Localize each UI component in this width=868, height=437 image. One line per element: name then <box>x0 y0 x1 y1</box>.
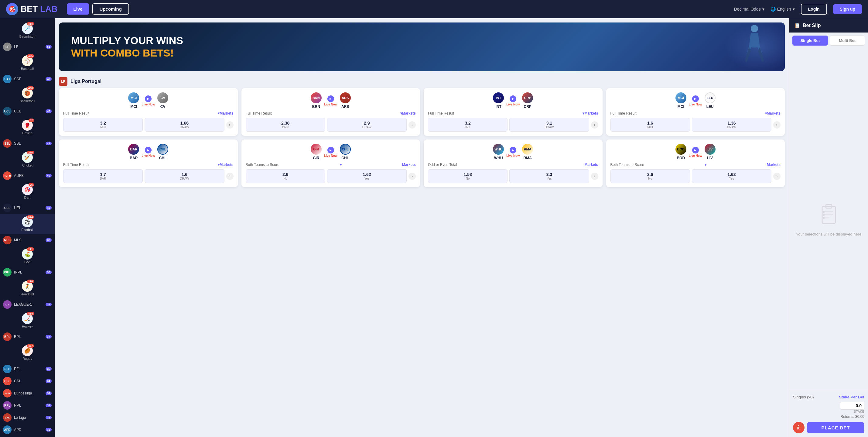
sidebar-item-football[interactable]: ⚽ 644 Football <box>0 214 55 234</box>
svg-rect-8 <box>823 217 825 219</box>
banner-with-text: WITH <box>71 47 100 59</box>
odd-btn-yes-7[interactable]: 3.3Yes <box>509 169 589 183</box>
sport-label-badminton: Badminton <box>20 35 35 38</box>
match-teams-gir-chl: GIR GIR Live Now CHL CHL <box>246 144 416 160</box>
odd-btn-yes-8[interactable]: 1.62Yes <box>692 169 771 183</box>
sidebar-item-golf[interactable]: ⛳ 171 Golf <box>0 246 55 266</box>
odd-btn-no-7[interactable]: 1.53No <box>428 169 507 183</box>
sidebar-item-league1[interactable]: L-1 LEAGUE-1 37 <box>0 298 55 311</box>
sidebar-item-badminton[interactable]: 🏸 358 Badminton <box>0 21 55 41</box>
sidebar-item-inpl[interactable]: INPL INPL 38 <box>0 266 55 279</box>
sidebar-item-apd[interactable]: APD APD 32 <box>0 424 55 436</box>
arrow-btn-3[interactable]: › <box>591 121 598 128</box>
odd-btn-yes-6[interactable]: 1.62Yes <box>327 169 407 183</box>
odd-btn-brn-2[interactable]: 2.38BRN <box>246 118 325 132</box>
sidebar-item-boxing[interactable]: 🥊 42 Boxing <box>0 117 55 137</box>
odds-selector[interactable]: Decimal Odds ▾ <box>734 7 765 11</box>
odd-btn-draw-2[interactable]: 2.9DRAW <box>327 118 407 132</box>
login-button[interactable]: Login <box>801 4 827 14</box>
sidebar-item-bpl[interactable]: BPL BPL 37 <box>0 331 55 343</box>
team-name-bar: BAR <box>130 156 137 160</box>
sidebar-item-rugby[interactable]: 🏉 487 Rugby <box>0 343 55 363</box>
match-teams-mci-cv: MCI MCI Live Now CV CV <box>63 92 234 109</box>
signup-button[interactable]: Sign up <box>833 4 862 14</box>
odd-btn-bar-5[interactable]: 1.7BAR <box>63 169 143 183</box>
sidebar-item-ucl[interactable]: UCL UCL 45 <box>0 105 55 117</box>
sidebar-item-aufb[interactable]: AUFB AUFB 40 <box>0 170 55 182</box>
sidebar-item-mls[interactable]: MLS MLS 38 <box>0 234 55 246</box>
team-name-cv: CV <box>160 105 165 109</box>
odd-btn-draw-1[interactable]: 1.66DRAW <box>145 118 224 132</box>
uel-label: UEL <box>14 206 43 210</box>
odd-btn-draw-5[interactable]: 1.6DRAW <box>145 169 224 183</box>
logo-text-bet: BET <box>21 4 38 14</box>
stake-per-bet-link[interactable]: Stake Per Bet <box>839 395 864 399</box>
odd-btn-int-3[interactable]: 3.2INT <box>428 118 507 132</box>
arrow-btn-6[interactable]: › <box>408 173 416 180</box>
place-bet-button[interactable]: PLACE BET <box>807 422 864 433</box>
markets-link-2[interactable]: ▾Markets <box>400 111 416 115</box>
markets-link-5[interactable]: ▾Markets <box>218 163 233 167</box>
arrow-btn-1[interactable]: › <box>226 121 234 128</box>
markets-link-8[interactable]: ▾ <box>705 163 706 167</box>
odd-btn-no-8[interactable]: 2.6No <box>611 169 690 183</box>
sidebar-item-csl[interactable]: CSL CSL 34 <box>0 375 55 387</box>
delete-button[interactable]: 🗑 <box>793 422 805 433</box>
upcoming-button[interactable]: Upcoming <box>92 3 129 14</box>
odds-row-2: 2.38BRN 2.9DRAW › <box>246 118 416 132</box>
markets-link-3[interactable]: ▾Markets <box>583 111 598 115</box>
odd-btn-mci-4[interactable]: 1.6MCI <box>611 118 690 132</box>
bet-slip-header: 📋 Bet Slip <box>789 18 868 32</box>
markets-link-8b[interactable]: Markets <box>767 163 780 167</box>
sidebar-item-efl[interactable]: EFL EFL 35 <box>0 363 55 375</box>
match-grid-row1: MCI MCI Live Now CV CV Full Ti <box>59 88 785 136</box>
market-gir-chl: Both Teams to Score ▾ Markets <box>246 163 416 167</box>
sidebar-item-handball[interactable]: 🤾 118 Handball <box>0 279 55 298</box>
market-brn-ars: Full Time Result ▾Markets <box>246 111 416 115</box>
sidebar-item-ssl[interactable]: SSL SSL 42 <box>0 137 55 149</box>
odd-btn-draw-4[interactable]: 1.36DRAW <box>692 118 771 132</box>
sidebar-item-laliga[interactable]: LAL La Liga 32 <box>0 411 55 424</box>
sidebar-item-rpl[interactable]: RPL RPL 33 <box>0 399 55 411</box>
sidebar-item-baseball[interactable]: ⚾ 485 Baseball <box>0 53 55 73</box>
markets-link-6[interactable]: ▾ <box>340 163 342 167</box>
arrow-btn-8[interactable]: › <box>773 173 780 180</box>
team-name-ars: ARS <box>341 105 349 109</box>
sidebar-item-lf[interactable]: LF LF 51 <box>0 41 55 53</box>
sidebar-item-sat[interactable]: SAT SAT 49 <box>0 73 55 85</box>
sidebar-item-basketball[interactable]: 🏀 490 Basketball <box>0 85 55 105</box>
live-badge-1: Live Now <box>142 95 155 106</box>
multi-bet-tab[interactable]: Multi Bet <box>830 35 865 46</box>
markets-link-6b[interactable]: Markets <box>402 163 416 167</box>
live-badge-6: Live Now <box>324 147 337 157</box>
returns-text: Returns: $0.00 <box>840 414 864 419</box>
live-play-icon-7 <box>509 147 516 153</box>
live-play-icon-1 <box>145 95 152 102</box>
stake-input[interactable] <box>840 402 864 410</box>
singles-label: Singles (x0) <box>793 395 814 399</box>
arrow-btn-4[interactable]: › <box>773 121 780 128</box>
language-selector[interactable]: 🌐 English ▾ <box>771 7 795 11</box>
sidebar-item-cricket[interactable]: 🏏 275 Cricket <box>0 149 55 170</box>
odd-btn-mci-1[interactable]: 3.2MCI <box>63 118 143 132</box>
arrow-btn-5[interactable]: › <box>226 173 234 180</box>
crest-chl-2: CHL <box>340 144 351 155</box>
arrow-btn-7[interactable]: › <box>591 173 598 180</box>
odd-btn-no-6[interactable]: 2.6No <box>246 169 325 183</box>
sport-label-dart: Dart <box>24 196 31 199</box>
sidebar-item-dart[interactable]: 🎯 25 Dart <box>0 182 55 202</box>
markets-link-4[interactable]: ▾Markets <box>765 111 780 115</box>
markets-link-1[interactable]: ▾Markets <box>218 111 233 115</box>
single-bet-tab[interactable]: Single Bet <box>793 35 828 46</box>
markets-link-7[interactable]: Markets <box>584 163 598 167</box>
odd-btn-draw-3[interactable]: 3.1DRAW <box>509 118 589 132</box>
header: 🎯 BETLAB Live Upcoming Decimal Odds ▾ 🌐 … <box>0 0 868 18</box>
arrow-btn-2[interactable]: › <box>408 121 416 128</box>
sidebar-item-uel[interactable]: UEL UEL 40 <box>0 202 55 214</box>
crest-whu: WHU <box>493 144 504 155</box>
market-label-8: Both Teams to Score <box>611 163 644 167</box>
sidebar-item-hockey[interactable]: 🏒 484 Hockey <box>0 311 55 331</box>
sidebar-item-bundesliga[interactable]: BUN Bundesliga 34 <box>0 387 55 399</box>
odds-chevron-icon: ▾ <box>762 7 765 11</box>
live-button[interactable]: Live <box>67 3 89 14</box>
